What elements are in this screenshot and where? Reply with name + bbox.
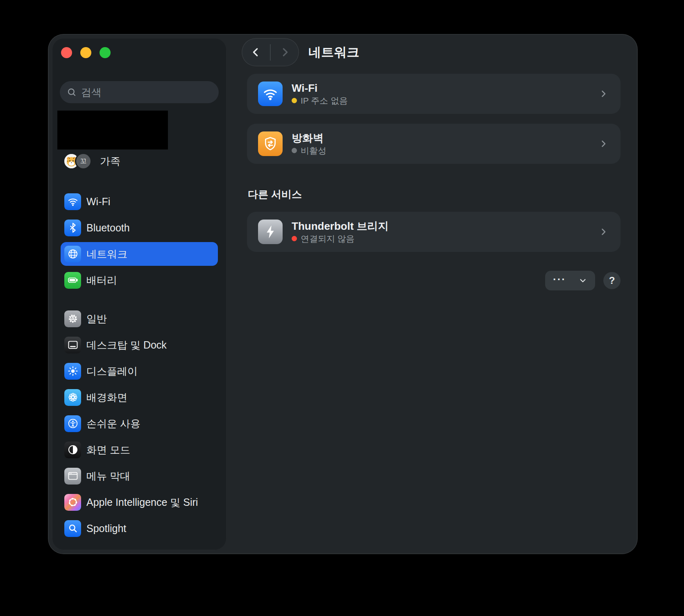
status-dot [292, 98, 297, 103]
navigation-buttons [242, 38, 299, 66]
card-title: 방화벽 [292, 133, 326, 143]
forward-button[interactable] [271, 38, 299, 66]
back-button[interactable] [242, 38, 270, 66]
sidebar-item-label: 배경화면 [86, 391, 127, 404]
wifi-icon [258, 82, 283, 106]
primary-services-list: Wi-FiIP 주소 없음 방화벽비활성 [247, 74, 621, 164]
service-card-wifi[interactable]: Wi-FiIP 주소 없음 [247, 74, 621, 114]
wifi-icon [64, 193, 81, 210]
close-window-button[interactable] [61, 47, 72, 58]
status-text: IP 주소 없음 [301, 96, 348, 105]
sidebar-item-label: 일반 [86, 312, 107, 326]
redacted-profile-block [57, 111, 168, 149]
firewall-shield-icon [258, 131, 283, 156]
card-texts: 방화벽비활성 [292, 133, 326, 155]
sidebar-item-general[interactable]: 일반 [61, 307, 218, 331]
chevron-down-icon [578, 276, 587, 285]
card-texts: Wi-FiIP 주소 없음 [292, 83, 348, 105]
sidebar-item-network[interactable]: 네트워크 [61, 242, 218, 266]
search-placeholder: 검색 [81, 86, 102, 99]
sidebar-item-bluetooth[interactable]: Bluetooth [61, 216, 218, 240]
menubar-icon [64, 468, 81, 485]
search-input[interactable]: 검색 [60, 81, 219, 103]
other-services-list: Thunderbolt 브리지연결되지 않음 [247, 212, 621, 252]
sidebar-item-label: 메뉴 막대 [86, 469, 130, 483]
family-label: 가족 [100, 154, 120, 168]
service-card-firewall[interactable]: 방화벽비활성 [247, 124, 621, 164]
desktop-background: 검색 꼬 가족 Wi-FiBluetooth 네트워크 배터리 일반 데스크탑 … [0, 0, 684, 616]
content-header: 네트워크 [242, 38, 621, 66]
sidebar: 검색 꼬 가족 Wi-FiBluetooth 네트워크 배터리 일반 데스크탑 … [52, 38, 226, 550]
sidebar-item-label: Spotlight [86, 523, 126, 534]
more-options-button[interactable]: ··· [545, 271, 595, 290]
sidebar-item-label: 배터리 [86, 274, 117, 287]
sidebar-item-battery[interactable]: 배터리 [61, 268, 218, 292]
sidebar-navigation: Wi-FiBluetooth 네트워크 배터리 일반 데스크탑 및 Dock 디… [60, 190, 219, 543]
wallpaper-flower-icon [64, 389, 81, 406]
sidebar-item-label: Wi-Fi [86, 196, 110, 208]
sidebar-item-label: 데스크탑 및 Dock [86, 338, 167, 352]
bluetooth-icon [64, 220, 81, 236]
sidebar-item-label: Bluetooth [86, 222, 130, 234]
sidebar-item-wallpaper[interactable]: 배경화면 [61, 385, 218, 409]
status-dot [292, 236, 297, 241]
family-avatar-badge: 꼬 [76, 154, 91, 168]
gear-icon [64, 310, 81, 327]
sidebar-item-apple-intelligence-siri[interactable]: Apple Intelligence 및 Siri [61, 490, 218, 514]
other-services-section-title: 다른 서비스 [248, 188, 621, 201]
globe-icon [64, 246, 81, 263]
chevron-right-icon [598, 89, 608, 99]
network-settings-pane: 네트워크 Wi-FiIP 주소 없음 방화벽비활성 다른 서비스 Thunder… [231, 34, 638, 554]
sidebar-item-label: Apple Intelligence 및 Siri [86, 496, 198, 509]
chevron-right-icon [598, 139, 608, 149]
contrast-icon [64, 442, 81, 458]
sidebar-item-label: 네트워크 [86, 247, 127, 261]
sidebar-item-label: 화면 모드 [86, 443, 130, 457]
sidebar-item-menu-bar[interactable]: 메뉴 막대 [61, 464, 218, 488]
help-button[interactable]: ? [603, 272, 621, 289]
sidebar-item-desktop-dock[interactable]: 데스크탑 및 Dock [61, 333, 218, 357]
card-status: 비활성 [292, 146, 326, 155]
spotlight-icon [64, 520, 81, 537]
brightness-icon [64, 363, 81, 380]
card-status: IP 주소 없음 [292, 96, 348, 105]
sidebar-item-display[interactable]: 디스플레이 [61, 359, 218, 383]
minimize-window-button[interactable] [80, 47, 91, 58]
sidebar-item-wifi[interactable]: Wi-Fi [61, 190, 218, 213]
sidebar-item-accessibility[interactable]: 손쉬운 사용 [61, 412, 218, 435]
card-status: 연결되지 않음 [292, 234, 389, 243]
footer-controls: ··· ? [247, 271, 621, 290]
service-card-thunderbolt-bridge[interactable]: Thunderbolt 브리지연결되지 않음 [247, 212, 621, 252]
desktop-dock-icon [64, 337, 81, 353]
battery-icon [64, 272, 81, 289]
card-texts: Thunderbolt 브리지연결되지 않음 [292, 221, 389, 243]
status-text: 비활성 [301, 146, 326, 155]
chevron-right-icon [598, 227, 608, 237]
card-title: Wi-Fi [292, 83, 348, 93]
status-text: 연결되지 않음 [301, 234, 355, 243]
system-settings-window: 검색 꼬 가족 Wi-FiBluetooth 네트워크 배터리 일반 데스크탑 … [48, 34, 638, 554]
page-title: 네트워크 [308, 44, 360, 61]
sidebar-item-spotlight[interactable]: Spotlight [61, 516, 218, 540]
status-dot [292, 148, 297, 153]
sidebar-item-label: 디스플레이 [86, 365, 138, 378]
window-controls [60, 38, 219, 58]
thunderbolt-icon [258, 220, 283, 244]
search-icon [66, 87, 77, 97]
sidebar-item-label: 손쉬운 사용 [86, 417, 140, 430]
sidebar-item-appearance[interactable]: 화면 모드 [61, 438, 218, 462]
accessibility-icon [64, 415, 81, 432]
siri-ring-icon [64, 494, 81, 511]
zoom-window-button[interactable] [100, 47, 111, 58]
card-title: Thunderbolt 브리지 [292, 221, 389, 231]
sidebar-item-family[interactable]: 꼬 가족 [60, 153, 219, 169]
